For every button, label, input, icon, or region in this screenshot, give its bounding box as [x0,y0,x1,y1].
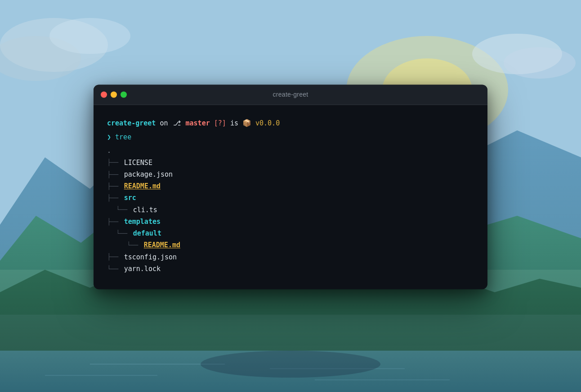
tree-item-readme-nested: └── README.md [107,240,474,251]
tree-branch-icon: ├── [107,193,122,204]
tree-branch-icon: └── [107,240,142,251]
tree-item-src: ├── src [107,192,474,204]
svg-point-11 [504,47,576,79]
prompt-on: on [160,119,172,127]
tree-branch-icon: ├── [107,169,122,180]
terminal-window: create-greet create-greet on ⎇ master [?… [94,85,487,289]
svg-point-12 [201,351,380,378]
svg-point-5 [49,18,130,54]
tree-branch-icon: ├── [107,181,122,192]
tree-item-license: ├── LICENSE [107,157,474,169]
traffic-lights [101,91,127,98]
prompt-status: [?] [214,119,226,127]
prompt-is: is [230,119,242,127]
prompt-dir: create-greet [107,119,156,127]
svg-point-4 [0,36,81,81]
tree-item-templates: ├── templates [107,216,474,227]
window-title: create-greet [273,91,308,98]
tree-branch-icon: └── [107,228,131,239]
tree-file-name: LICENSE [124,157,152,169]
close-button[interactable] [101,91,107,98]
tree-dir-name: templates [124,216,161,227]
tree-file-name: tsconfig.json [124,251,177,263]
prompt-branch-name: master [186,119,210,127]
tree-file-name: yarn.lock [124,263,161,275]
prompt-ver: v0.0.0 [255,119,280,127]
pkg-icon: 📦 [242,119,251,127]
tree-file-name: README.md [124,181,161,192]
minimize-button[interactable] [111,91,117,98]
svg-point-10 [472,34,562,74]
command-line: ❯ tree [107,132,474,143]
maximize-button[interactable] [121,91,127,98]
tree-root-dot: . [107,147,111,155]
tree-branch-icon: └── [107,205,131,216]
cmd-prompt-symbol: ❯ [107,133,115,141]
cmd-text: tree [115,133,131,141]
tree-file-name: README.md [144,240,180,251]
tree-dir-name: src [124,192,136,204]
tree-file-name: cli.ts [133,204,157,216]
tree-item-default: └── default [107,228,474,240]
svg-point-3 [0,18,108,72]
terminal-body: create-greet on ⎇ master [?] is 📦 v0.0.0… [94,105,487,289]
tree-branch-icon: ├── [107,216,122,227]
branch-icon: ⎇ [173,119,181,127]
prompt-line: create-greet on ⎇ master [?] is 📦 v0.0.0 [107,117,474,129]
terminal-container: create-greet create-greet on ⎇ master [?… [94,85,487,289]
tree-branch-icon: ├── [107,252,122,263]
tree-branch-icon: ├── [107,157,122,169]
tree-item-clits: └── cli.ts [107,204,474,216]
tree-branch-icon: └── [107,263,122,275]
tree-item-tsconfig: ├── tsconfig.json [107,251,474,263]
tree-file-name: package.json [124,169,173,180]
tree-item-yarnlock: └── yarn.lock [107,263,474,275]
tree-item-readme-root: ├── README.md [107,181,474,192]
titlebar: create-greet [94,85,487,105]
tree-dir-name: default [133,228,161,240]
tree-item-packagejson: ├── package.json [107,169,474,180]
